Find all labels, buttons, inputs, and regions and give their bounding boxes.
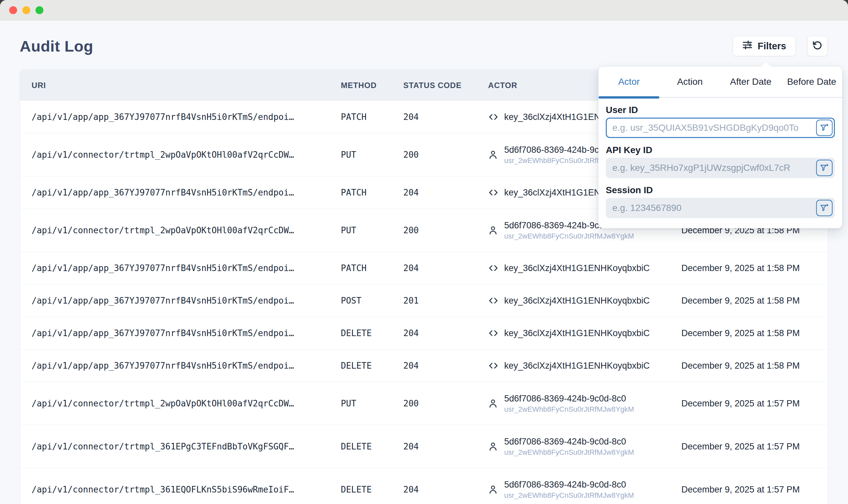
user-icon xyxy=(488,398,499,408)
api-key-icon xyxy=(488,112,499,122)
actor-id: key_36clXzj4XtH1G1ENHKoyqbxbiC xyxy=(504,361,650,371)
method-cell: PATCH xyxy=(341,187,403,197)
window-titlebar xyxy=(0,0,848,20)
table-row[interactable]: /api/v1/app/app_367YJ97077nrfB4VsnH5i0rK… xyxy=(20,252,828,285)
status-code-cell: 204 xyxy=(403,485,488,494)
actor-cell: key_36clXzj4XtH1G1ENHKoyqbxbiC xyxy=(488,360,682,371)
app-window: Audit Log Filters xyxy=(0,0,848,504)
table-row[interactable]: /api/v1/connector/trtmpl_361EQOFLKnS5biS… xyxy=(20,468,828,504)
filter-fields: User IDAPI Key IDSession ID xyxy=(599,98,842,218)
method-cell: POST xyxy=(341,296,403,306)
method-cell: PUT xyxy=(341,398,403,408)
actor-cell: 5d6f7086-8369-424b-9c0d-8c0usr_2wEWhb8Fy… xyxy=(488,394,682,414)
funnel-plus-icon xyxy=(819,163,829,173)
api-key-icon xyxy=(488,263,499,273)
zoom-button[interactable] xyxy=(35,6,43,14)
timestamp-cell: December 9, 2025 at 1:58 PM xyxy=(682,296,828,306)
reset-filters-button[interactable] xyxy=(807,36,828,56)
page-title: Audit Log xyxy=(20,37,732,55)
timestamp-cell: December 9, 2025 at 1:58 PM xyxy=(682,361,828,371)
table-row[interactable]: /api/v1/app/app_367YJ97077nrfB4VsnH5i0rK… xyxy=(20,349,828,382)
status-code-cell: 200 xyxy=(403,398,488,408)
actor-id: 5d6f7086-8369-424b-9c0d-8c0 xyxy=(504,437,634,447)
user-id-input[interactable] xyxy=(606,118,835,138)
status-code-cell: 204 xyxy=(403,187,488,197)
api-key-id-input-wrap xyxy=(606,158,835,178)
funnel-plus-icon xyxy=(819,203,829,213)
close-button[interactable] xyxy=(9,6,17,14)
funnel-plus-icon xyxy=(819,123,829,133)
uri-cell: /api/v1/connector/trtmpl_2wpOaVpOKtOHl00… xyxy=(20,398,341,408)
uri-cell: /api/v1/app/app_367YJ97077nrfB4VsnH5i0rK… xyxy=(20,112,341,122)
method-cell: DELETE xyxy=(341,442,403,451)
uri-cell: /api/v1/connector/trtmpl_2wpOaVpOKtOHl00… xyxy=(20,226,341,235)
tab-action[interactable]: Action xyxy=(659,67,720,97)
actor-cell: 5d6f7086-8369-424b-9c0d-8c0usr_2wEWhb8Fy… xyxy=(488,480,682,500)
uri-cell: /api/v1/app/app_367YJ97077nrfB4VsnH5i0rK… xyxy=(20,187,341,197)
timestamp-cell: December 9, 2025 at 1:58 PM xyxy=(682,328,828,338)
column-header-method: METHOD xyxy=(341,81,403,90)
user-id-add-filter-button[interactable] xyxy=(816,120,833,136)
uri-cell: /api/v1/app/app_367YJ97077nrfB4VsnH5i0rK… xyxy=(20,361,341,371)
session-id-input-wrap xyxy=(606,198,835,218)
actor-id: key_36clXzj4XtH1G1ENHKoyqbxbiC xyxy=(504,263,650,273)
uri-cell: /api/v1/app/app_367YJ97077nrfB4VsnH5i0rK… xyxy=(20,296,341,306)
table-row[interactable]: /api/v1/connector/trtmpl_2wpOaVpOKtOHl00… xyxy=(20,382,828,425)
timestamp-cell: December 9, 2025 at 1:57 PM xyxy=(682,442,828,452)
tab-before-date[interactable]: Before Date xyxy=(781,67,842,97)
status-code-cell: 204 xyxy=(403,328,488,338)
actor-cell: key_36clXzj4XtH1G1ENHKoyqbxbiC xyxy=(488,328,682,338)
actor-id: key_36clXzj4XtH1G1ENHKoyqbxbiC xyxy=(504,296,650,306)
rotate-ccw-icon xyxy=(812,40,823,52)
actor-cell: key_36clXzj4XtH1G1ENHKoyqbxbiC xyxy=(488,295,682,306)
status-code-cell: 201 xyxy=(403,296,488,306)
method-cell: PATCH xyxy=(341,112,403,122)
session-id-label: Session ID xyxy=(606,185,835,195)
sliders-icon xyxy=(742,40,753,53)
filters-button-label: Filters xyxy=(758,41,786,52)
uri-cell: /api/v1/app/app_367YJ97077nrfB4VsnH5i0rK… xyxy=(20,263,341,273)
actor-id: 5d6f7086-8369-424b-9c0d-8c0 xyxy=(504,394,634,404)
timestamp-cell: December 9, 2025 at 1:57 PM xyxy=(682,485,828,495)
method-cell: DELETE xyxy=(341,328,403,338)
api-key-icon xyxy=(488,360,499,371)
user-id-label: User ID xyxy=(606,105,835,115)
actor-user-id: usr_2wEWhb8FyCnSu0rJtRfMJw8YgkM xyxy=(504,405,634,414)
api-key-icon xyxy=(488,187,499,198)
status-code-cell: 200 xyxy=(403,150,488,160)
filters-popover: ActorActionAfter DateBefore Date User ID… xyxy=(598,66,843,228)
status-code-cell: 204 xyxy=(403,361,488,371)
session-id-add-filter-button[interactable] xyxy=(816,200,833,216)
uri-cell: /api/v1/connector/trtmpl_361EQOFLKnS5biS… xyxy=(20,485,341,494)
method-cell: DELETE xyxy=(341,361,403,371)
tab-actor[interactable]: Actor xyxy=(599,67,659,97)
api-key-icon xyxy=(488,295,499,306)
filters-button[interactable]: Filters xyxy=(732,36,796,56)
api-key-id-input[interactable] xyxy=(606,158,835,178)
api-key-id-label: API Key ID xyxy=(606,145,835,155)
tab-after-date[interactable]: After Date xyxy=(721,67,781,97)
method-cell: PUT xyxy=(341,226,403,235)
page-header: Audit Log Filters xyxy=(20,35,828,56)
session-id-input[interactable] xyxy=(606,198,835,218)
status-code-cell: 204 xyxy=(403,112,488,122)
method-cell: PATCH xyxy=(341,263,403,273)
status-code-cell: 204 xyxy=(403,263,488,273)
uri-cell: /api/v1/app/app_367YJ97077nrfB4VsnH5i0rK… xyxy=(20,328,341,338)
table-row[interactable]: /api/v1/app/app_367YJ97077nrfB4VsnH5i0rK… xyxy=(20,317,828,349)
actor-id: key_36clXzj4XtH1G1ENHKoyqbxbiC xyxy=(504,328,650,338)
api-key-id-add-filter-button[interactable] xyxy=(816,160,833,176)
minimize-button[interactable] xyxy=(22,6,30,14)
user-icon xyxy=(488,485,499,494)
table-row[interactable]: /api/v1/app/app_367YJ97077nrfB4VsnH5i0rK… xyxy=(20,285,828,317)
user-icon xyxy=(488,442,499,451)
actor-cell: key_36clXzj4XtH1G1ENHKoyqbxbiC xyxy=(488,263,682,273)
user-icon xyxy=(488,150,499,160)
uri-cell: /api/v1/connector/trtmpl_2wpOaVpOKtOHl00… xyxy=(20,150,341,160)
actor-id: 5d6f7086-8369-424b-9c0d-8c0 xyxy=(504,480,634,490)
table-row[interactable]: /api/v1/connector/trtmpl_361EPgC3TEFndBb… xyxy=(20,425,828,468)
actor-user-id: usr_2wEWhb8FyCnSu0rJtRfMJw8YgkM xyxy=(504,448,634,457)
actor-user-id: usr_2wEWhb8FyCnSu0rJtRfMJw8YgkM xyxy=(504,232,634,240)
timestamp-cell: December 9, 2025 at 1:57 PM xyxy=(682,398,828,409)
uri-cell: /api/v1/connector/trtmpl_361EPgC3TEFndBb… xyxy=(20,442,341,451)
